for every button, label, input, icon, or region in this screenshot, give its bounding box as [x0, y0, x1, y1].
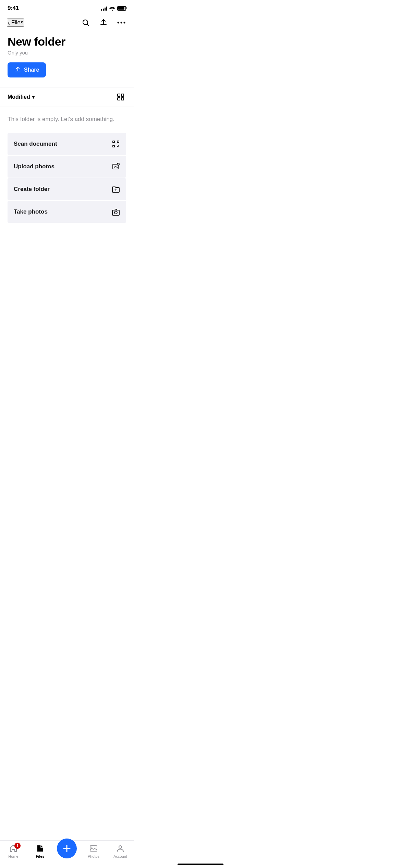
back-button[interactable]: ‹ Files — [7, 19, 24, 27]
search-button[interactable] — [80, 17, 91, 28]
scan-document-icon — [112, 140, 120, 148]
battery-icon — [117, 6, 126, 11]
more-icon — [117, 22, 125, 24]
page-content: New folder Only you Share — [0, 32, 134, 77]
nav-header: ‹ Files — [0, 14, 134, 32]
svg-point-5 — [124, 22, 125, 24]
svg-rect-12 — [117, 141, 119, 143]
sort-label-text: Modified — [8, 94, 30, 100]
take-photos-action[interactable]: Take photos — [8, 201, 126, 223]
status-time: 9:41 — [8, 5, 19, 12]
status-icons — [101, 6, 126, 11]
grid-icon — [117, 93, 125, 101]
signal-bars-icon — [101, 6, 107, 11]
back-chevron-icon: ‹ — [8, 19, 10, 26]
svg-rect-13 — [113, 145, 114, 147]
svg-rect-11 — [113, 141, 114, 143]
svg-rect-10 — [121, 98, 124, 100]
svg-rect-7 — [118, 94, 120, 96]
back-label: Files — [11, 19, 24, 26]
create-folder-action[interactable]: Create folder — [8, 178, 126, 200]
search-icon — [82, 19, 90, 27]
action-list: Scan document Upload photos Create folde… — [8, 133, 126, 223]
scan-document-label: Scan document — [14, 141, 57, 147]
status-bar: 9:41 — [0, 0, 134, 14]
take-photos-icon — [112, 208, 120, 216]
svg-line-1 — [87, 24, 89, 26]
folder-subtitle: Only you — [8, 50, 126, 56]
svg-rect-8 — [121, 94, 124, 96]
wifi-icon — [109, 6, 115, 11]
share-button[interactable]: Share — [8, 62, 46, 77]
sort-button[interactable]: Modified ▾ — [8, 94, 35, 100]
svg-point-17 — [114, 211, 117, 214]
take-photos-label: Take photos — [14, 208, 48, 215]
scan-document-action[interactable]: Scan document — [8, 133, 126, 155]
share-icon — [14, 67, 21, 73]
sort-bar: Modified ▾ — [0, 87, 134, 107]
grid-toggle-button[interactable] — [115, 92, 126, 103]
share-label: Share — [24, 67, 39, 73]
empty-state: This folder is empty. Let's add somethin… — [0, 115, 134, 123]
svg-point-4 — [121, 22, 122, 24]
svg-rect-2 — [100, 24, 107, 25]
upload-icon — [99, 19, 108, 27]
sort-chevron-icon: ▾ — [32, 95, 35, 100]
svg-point-3 — [118, 22, 119, 24]
upload-photos-action[interactable]: Upload photos — [8, 156, 126, 178]
svg-rect-6 — [15, 72, 21, 72]
folder-title: New folder — [8, 35, 126, 48]
create-folder-icon — [112, 185, 120, 193]
upload-photos-icon — [112, 162, 120, 171]
upload-photos-label: Upload photos — [14, 163, 54, 170]
svg-rect-9 — [118, 98, 120, 100]
more-button[interactable] — [116, 20, 127, 25]
empty-text: This folder is empty. Let's add somethin… — [8, 115, 126, 123]
nav-actions — [80, 17, 127, 28]
upload-button[interactable] — [98, 17, 109, 28]
create-folder-label: Create folder — [14, 186, 50, 193]
